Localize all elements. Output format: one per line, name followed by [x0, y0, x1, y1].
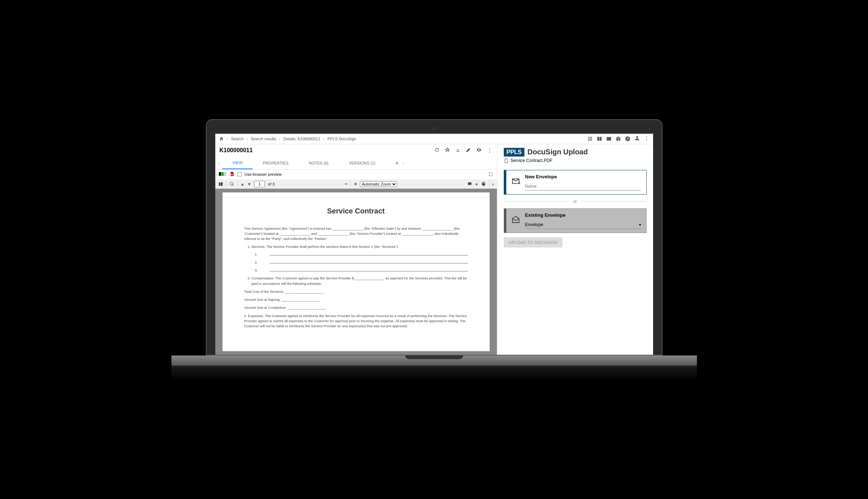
file-line: Service Contract.PDF [504, 158, 647, 163]
existing-envelope-box[interactable]: Existing Envelope Envelope ▾ [504, 208, 647, 233]
zoom-select[interactable]: Automatic Zoom [360, 181, 397, 187]
pdf-toolbar: ▲ ▼ of 3 − + Automatic Zoom + [215, 180, 497, 189]
zoom-out-icon[interactable]: − [344, 181, 348, 187]
home-icon[interactable] [219, 136, 224, 141]
top-bar: ‹ Search › Search results › Details: K10… [215, 134, 653, 144]
left-pane: K100000011 ⋮ ‹ VIEW PROPER [215, 144, 497, 355]
existing-envelope-label: Existing Envelope [525, 212, 641, 218]
apps-icon[interactable] [587, 136, 593, 142]
blank-line [259, 252, 468, 257]
star-icon[interactable] [445, 147, 450, 153]
pdf-body: This Service Agreement (the "Agreement")… [244, 226, 468, 329]
user-avatar-icon[interactable] [634, 135, 640, 142]
app-screen: ‹ Search › Search results › Details: K10… [215, 134, 653, 355]
screen-bezel: ‹ Search › Search results › Details: K10… [206, 119, 663, 355]
top-icons: ? ⋮ [587, 135, 649, 142]
tabs: ‹ VIEW PROPERTIES NOTES (0) VERSIONS (1)… [215, 157, 497, 170]
pdf-viewport[interactable]: Service Contract This Service Agreement … [215, 189, 497, 355]
pdf-item-1: Services. The Service Provider shall per… [252, 244, 468, 273]
pdf-completion: Amount Due at Completion: ______________… [244, 305, 468, 310]
envelope-select[interactable]: Envelope ▾ [525, 221, 641, 229]
window-icon[interactable] [606, 136, 612, 142]
next-icon[interactable]: › [492, 181, 494, 187]
pdf-page: Service Contract This Service Agreement … [223, 192, 490, 351]
crumb-results[interactable]: Search results [251, 137, 276, 141]
more-icon[interactable]: ⋮ [487, 147, 493, 154]
pdf-signing: Amount Due at Signing: _________________… [244, 297, 468, 302]
download-icon[interactable] [455, 147, 461, 153]
breadcrumb: ‹ Search › Search results › Details: K10… [219, 136, 587, 141]
right-pane: PPLS DocuSign Upload Service Contract.PD… [497, 144, 653, 355]
tab-nav-left[interactable]: ‹ [215, 161, 223, 165]
tab-properties[interactable]: PROPERTIES [253, 157, 299, 169]
preview-bar: Use browser preview [215, 170, 497, 180]
svg-text:+: + [518, 181, 520, 185]
page-down-icon[interactable]: ▼ [247, 182, 251, 186]
zoom-in-icon[interactable]: + [354, 181, 357, 187]
fullscreen-icon[interactable] [488, 172, 493, 177]
pdf-icon [229, 171, 234, 178]
chevron-down-icon: ▾ [639, 222, 641, 227]
new-envelope-label: New Envelope [525, 174, 641, 179]
refresh-icon[interactable] [434, 147, 440, 153]
file-name: Service Contract.PDF [511, 158, 553, 163]
eye-icon[interactable] [476, 147, 482, 153]
laptop-frame: ‹ Search › Search results › Details: K10… [206, 119, 663, 380]
sidebar-toggle-icon[interactable] [218, 182, 223, 187]
print-icon[interactable] [481, 182, 486, 187]
pdf-item-1-text: Services. The Service Provider shall per… [252, 245, 399, 249]
envelope-name-input[interactable] [525, 182, 641, 191]
pdf-cost: Total Cost of the Services: ____________… [244, 289, 468, 294]
ppls-title: DocuSign Upload [527, 148, 588, 156]
laptop-base [171, 355, 697, 366]
file-icon [504, 158, 508, 163]
pdf-item-3: 3. Expenses. The Customer agrees to reim… [244, 313, 468, 329]
main-content: K100000011 ⋮ ‹ VIEW PROPER [215, 144, 653, 355]
add-icon[interactable]: + [475, 181, 478, 187]
chevron-right-icon: › [279, 137, 281, 141]
browser-preview-label: Use browser preview [245, 172, 282, 176]
upload-button[interactable]: UPLOAD TO DOCUSIGN [504, 237, 563, 248]
crumb-search[interactable]: Search [231, 137, 244, 141]
more-icon[interactable]: ⋮ [644, 135, 649, 142]
camera-dot [433, 127, 436, 130]
tab-versions[interactable]: VERSIONS (1) [339, 157, 385, 169]
status-dots [219, 172, 227, 176]
envelope-open-icon [511, 216, 520, 226]
tab-notes[interactable]: NOTES (0) [299, 157, 339, 169]
edit-icon[interactable] [466, 147, 471, 153]
svg-text:?: ? [627, 137, 628, 141]
page-total: of 3 [268, 182, 274, 186]
tab-view[interactable]: VIEW [222, 157, 253, 169]
envelope-select-placeholder: Envelope [525, 222, 543, 227]
ppls-badge: PPLS [504, 148, 525, 157]
or-text: or [573, 199, 577, 204]
new-envelope-box[interactable]: + New Envelope [504, 170, 647, 195]
laptop-reflection [171, 366, 697, 380]
tab-partial[interactable]: A [386, 157, 400, 169]
pdf-title: Service Contract [244, 207, 468, 215]
tab-nav-right[interactable]: › [400, 161, 407, 165]
blank-line [259, 260, 468, 265]
search-icon[interactable] [229, 182, 234, 187]
envelope-new-icon: + [511, 177, 520, 187]
crumb-details[interactable]: Details: K100000011 [283, 137, 320, 141]
gift-icon[interactable] [615, 136, 621, 142]
page-up-icon[interactable]: ▲ [241, 182, 245, 186]
ppls-header: PPLS DocuSign Upload [504, 148, 647, 157]
crumb-docusign[interactable]: PPLS DocuSign [328, 137, 356, 141]
browser-preview-checkbox[interactable] [237, 172, 242, 176]
comment-icon[interactable] [467, 182, 472, 187]
help-icon[interactable]: ? [625, 136, 631, 142]
blank-line [259, 268, 468, 273]
columns-icon[interactable] [597, 136, 602, 142]
page-number-input[interactable] [254, 181, 265, 187]
chevron-right-icon: › [246, 137, 248, 141]
document-header: K100000011 ⋮ [215, 144, 497, 157]
document-actions: ⋮ [434, 147, 493, 154]
chevron-left-icon[interactable]: ‹ [227, 137, 228, 141]
document-title: K100000011 [220, 147, 434, 154]
pdf-item-2: Compensation. The Customer agrees to pay… [252, 276, 468, 286]
pdf-intro: This Service Agreement (the "Agreement")… [244, 226, 468, 242]
or-divider: or [504, 199, 647, 204]
